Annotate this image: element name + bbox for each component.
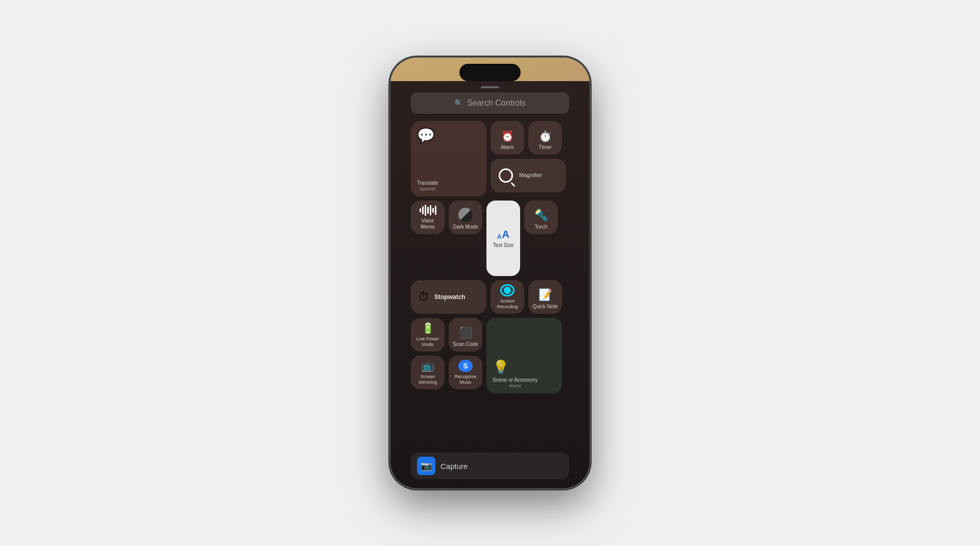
mirror-music-row: 📺 Screen Mirroring S Recognise Music: [411, 356, 482, 389]
capture-app-row[interactable]: 📷 Capture: [411, 453, 569, 479]
row-3: ⏱ Stopwatch Screen Recording 📝 Quick Not…: [411, 280, 569, 314]
dynamic-island: [459, 64, 521, 81]
low-power-label: Low Power Mode: [414, 336, 442, 348]
camera-icon: 📷: [417, 457, 435, 475]
lowpower-icon: 🔋: [422, 322, 434, 334]
torch-label: Torch: [535, 224, 547, 230]
row-4: 🔋 Low Power Mode ⬛ Scan Code 📺: [411, 318, 569, 393]
voice-memo-tile[interactable]: Voice Memo: [411, 201, 445, 234]
text-size-label: Text Size: [493, 242, 514, 249]
bottom-apps: 📷 Capture: [411, 453, 569, 482]
search-placeholder: Search Controls: [467, 98, 526, 108]
magnifier-tile[interactable]: Magnifier: [491, 159, 566, 192]
darkmode-icon: [458, 208, 473, 222]
controls-grid: 💬 Translate Spanish ⏰ Alarm: [411, 121, 569, 449]
quick-note-tile[interactable]: 📝 Quick Note: [528, 280, 562, 314]
timer-icon: ⏱️: [539, 130, 552, 142]
screenmirror-icon: 📺: [422, 360, 434, 372]
row-2: Voice Memo Dark Mode A A Text Size: [411, 201, 569, 276]
torch-tile[interactable]: 🔦 Torch: [524, 201, 558, 234]
row-1: 💬 Translate Spanish ⏰ Alarm: [411, 121, 569, 196]
scene-accessory-label: Scene or Accessory: [493, 377, 537, 383]
timer-tile[interactable]: ⏱️ Timer: [528, 121, 562, 155]
search-icon: 🔍: [454, 99, 463, 107]
scancode-icon: ⬛: [459, 326, 473, 339]
magnifier-icon: [498, 167, 514, 184]
drag-handle[interactable]: [481, 86, 499, 88]
phone-frame: 🔍 Search Controls 💬 Translate Spanish: [390, 58, 590, 488]
screen-recording-tile[interactable]: Screen Recording: [491, 280, 524, 314]
scene-accessory-sublabel: Home: [493, 383, 537, 388]
alarm-timer-row: ⏰ Alarm ⏱️ Timer: [491, 121, 566, 155]
recognise-music-tile[interactable]: S Recognise Music: [449, 356, 482, 389]
screen: 🔍 Search Controls 💬 Translate Spanish: [390, 81, 590, 488]
quicknote-icon: 📝: [538, 288, 552, 302]
translate-tile[interactable]: 💬 Translate Spanish: [411, 121, 486, 196]
screen-mirroring-label: Screen Mirroring: [414, 374, 442, 385]
dark-mode-tile[interactable]: Dark Mode: [449, 201, 482, 234]
scan-code-label: Scan Code: [453, 341, 478, 348]
shazam-icon: S: [458, 360, 473, 372]
magnifier-label: Magnifier: [519, 172, 542, 179]
waveform-icon: [420, 205, 436, 216]
text-size-tile[interactable]: A A Text Size: [486, 201, 520, 276]
recognise-music-label: Recognise Music: [452, 374, 479, 385]
home-icon: 💡: [493, 359, 509, 375]
translate-icon: 💬: [417, 127, 435, 144]
quick-note-label: Quick Note: [532, 304, 557, 310]
screen-mirroring-tile[interactable]: 📺 Screen Mirroring: [411, 356, 445, 389]
alarm-tile[interactable]: ⏰ Alarm: [491, 121, 524, 155]
voice-memo-label: Voice Memo: [414, 218, 442, 230]
scene-accessory-tile[interactable]: 💡 Scene or Accessory Home: [486, 318, 562, 393]
low-power-tile[interactable]: 🔋 Low Power Mode: [411, 318, 445, 352]
timer-label: Timer: [538, 144, 551, 151]
scan-code-tile[interactable]: ⬛ Scan Code: [449, 318, 482, 352]
stopwatch-tile[interactable]: ⏱ Stopwatch: [411, 280, 486, 314]
textsize-icon: A A: [497, 229, 509, 240]
stopwatch-icon: ⏱: [418, 290, 429, 304]
alarm-icon: ⏰: [501, 130, 514, 142]
alarm-label: Alarm: [501, 144, 514, 151]
left-col-4: 🔋 Low Power Mode ⬛ Scan Code 📺: [411, 318, 482, 389]
lowpower-scan-row: 🔋 Low Power Mode ⬛ Scan Code: [411, 318, 482, 352]
dark-mode-label: Dark Mode: [453, 224, 478, 230]
translate-label: Translate: [417, 180, 438, 186]
screenrecording-icon: [500, 284, 514, 296]
search-bar[interactable]: 🔍 Search Controls: [411, 92, 569, 114]
stopwatch-label: Stopwatch: [434, 293, 465, 301]
screen-recording-label: Screen Recording: [494, 299, 521, 310]
capture-label: Capture: [440, 462, 468, 470]
right-col-1: ⏰ Alarm ⏱️ Timer Ma: [491, 121, 566, 192]
translate-sublabel: Spanish: [417, 186, 438, 191]
torch-icon: 🔦: [534, 209, 548, 222]
